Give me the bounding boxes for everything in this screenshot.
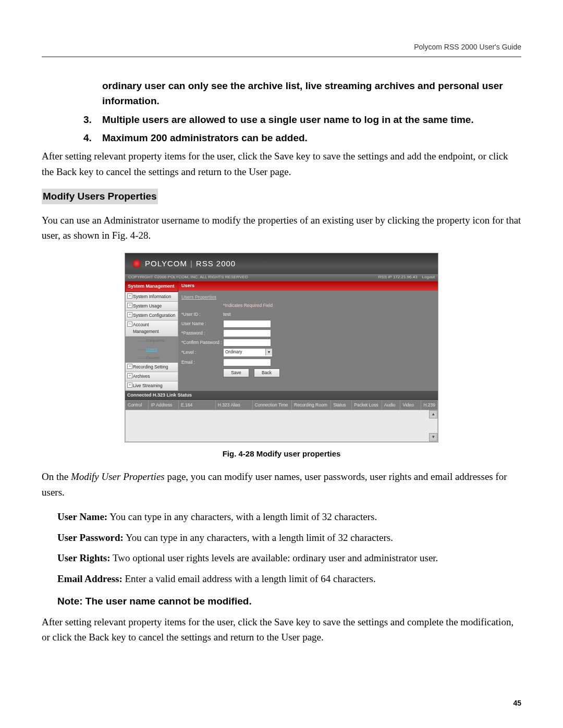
paragraph-after-list: After setting relevant property items fo… [42,149,521,179]
list-item-4: 4. Maximum 200 administrators can be add… [83,130,511,145]
sidebar-item-live[interactable]: +Live Streaming [125,381,178,391]
note-text: The user name cannot be modified. [83,596,252,607]
rss-ip-label: RSS IP [378,275,392,279]
sidebar-item-sysconfig[interactable]: +System Configuration [125,311,178,320]
expand-icon[interactable]: + [127,382,132,388]
brand-polycom: POLYCOM [145,257,187,269]
button-row: Save Back [223,368,435,377]
paragraph-final: After setting relevant property items fo… [42,614,521,645]
sidebar-label: Recording Setting [133,364,168,369]
intro3a: On the [42,471,71,482]
page-header-title: Polycom RSS 2000 User's Guide [42,42,521,53]
level-select-value: Ordinary [225,349,242,354]
field-password-label: User Password: [57,532,124,543]
sidebar-sub-groups[interactable]: ------Groups [125,354,178,362]
sidebar-item-sysinfo[interactable]: +System Information [125,292,178,302]
col-h239[interactable]: H.239 [421,400,438,410]
page-number: 45 [513,698,521,709]
figure-caption: Fig. 4-28 Modify user properties [42,448,521,460]
col-recording-room[interactable]: Recording Room [291,400,331,410]
sidebar-label: Archives [133,374,150,379]
expand-icon[interactable]: + [127,373,132,378]
field-password-text: You can type in any characters, with a l… [124,532,393,543]
field-username: User Name: You can type in any character… [57,509,521,524]
password-label: *Password : [181,330,223,337]
status-grid-header: Control IP Address E.164 H.323 Alias Con… [125,400,438,410]
note-line: Note: The user name cannot be modified. [57,594,521,609]
screenshot-app: POLYCOM | RSS 2000 COPYRIGHT ©2006 POLYC… [125,253,438,443]
main-header: Users [178,281,438,291]
form-row-userid: *User ID : test [181,311,435,318]
col-control[interactable]: Control [125,400,148,410]
back-button[interactable]: Back [254,368,280,377]
app-subbar: COPYRIGHT ©2006 POLYCOM, INC. ALL RIGHTS… [125,274,438,281]
password-input[interactable] [223,329,271,337]
userid-label: *User ID : [181,311,223,318]
collapse-icon[interactable]: − [127,322,132,327]
confirm-password-input[interactable] [223,339,271,347]
expand-icon[interactable]: + [127,303,132,308]
sidebar-item-acctmgmt[interactable]: −Account Management [125,320,178,337]
field-username-label: User Name: [57,511,107,522]
col-e164[interactable]: E.164 [178,400,215,410]
expand-icon[interactable]: + [127,312,132,317]
breadcrumb[interactable]: Users Properties [181,294,435,301]
sidebar-item-archives[interactable]: +Archives [125,372,178,381]
logout-link[interactable]: Logout [422,275,435,279]
figure-4-28: POLYCOM | RSS 2000 COPYRIGHT ©2006 POLYC… [42,253,521,443]
form-row-confirm: *Confirm Password : [181,339,435,347]
col-alias[interactable]: H.323 Alias [215,400,252,410]
list-num-4: 4. [83,130,102,145]
sidebar-header: System Management [125,281,178,292]
form-row-password: *Password : [181,329,435,337]
field-password: User Password: You can type in any chara… [57,530,521,545]
field-email-label: Email Address: [57,573,123,584]
paragraph-on-modify-page: On the Modify User Properties page, you … [42,469,521,500]
col-video[interactable]: Video [400,400,421,410]
intro3-em: Modify User Properties [71,471,165,482]
username-label: User Name : [181,320,223,327]
col-connection-time[interactable]: Connection Time [252,400,291,410]
col-ip[interactable]: IP Address [148,400,178,410]
section-heading: Modify Users Properties [42,189,158,204]
app-body: System Management +System Information +S… [125,281,438,391]
paragraph-modify-intro: You can use an Administrator username to… [42,213,521,243]
chevron-down-icon[interactable]: ▾ [265,349,272,355]
sidebar-sub-users[interactable]: ------Users [125,346,178,354]
list-item-2-continuation: ordinary user can only see the archive l… [83,78,511,109]
subbar-right: RSS IP 172.21.96.43 Logout [378,274,435,280]
username-input[interactable] [223,320,271,328]
confirm-password-label: *Confirm Password : [181,339,223,346]
list-item-3: 3. Multiple users are allowed to use a s… [83,112,511,127]
status-grid-body: ▴ ▾ [125,410,438,442]
col-packet-loss[interactable]: Packet Loss [351,400,382,410]
sidebar-label: System Information [133,294,171,299]
expand-icon[interactable]: + [127,364,132,369]
sidebar-label: System Configuration [133,313,175,318]
app-banner: POLYCOM | RSS 2000 [125,253,438,274]
field-email-text: Enter a valid email address with a lengt… [123,573,376,584]
required-note: *Indicates Required Field [223,302,435,309]
col-audio[interactable]: Audio [382,400,400,410]
sidebar-label: Live Streaming [133,383,163,388]
sidebar-item-sysusage[interactable]: +System Usage [125,302,178,311]
form-row-email: Email : [181,359,435,366]
sidebar-sub-endpoints[interactable]: ------Endpoints [125,337,178,345]
level-select[interactable]: Ordinary ▾ [223,348,273,357]
sidebar-label: Account Management [133,322,159,334]
email-input[interactable] [223,359,271,366]
list-num-3: 3. [83,112,102,127]
save-button[interactable]: Save [223,368,249,377]
sidebar-users-link[interactable]: Users [146,347,157,352]
userid-value: test [223,311,231,318]
scroll-up-icon[interactable]: ▴ [429,410,437,418]
expand-icon[interactable]: + [127,293,132,299]
scroll-down-icon[interactable]: ▾ [429,433,437,441]
polycom-logo-icon [132,260,141,268]
note-prefix: Note: [57,596,83,607]
connected-status-header: Connected H.323 Link Status [125,391,438,400]
col-status[interactable]: Status [331,400,351,410]
numbered-list: ordinary user can only see the archive l… [83,78,511,146]
sidebar-item-recset[interactable]: +Recording Setting [125,363,178,372]
field-email: Email Address: Enter a valid email addre… [57,571,521,586]
